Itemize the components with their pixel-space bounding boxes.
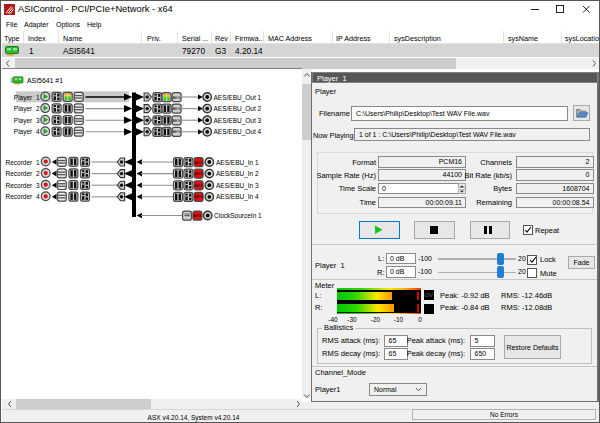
svg-text:Recorder 4: Recorder 4: [6, 193, 40, 200]
svg-text:Player 2: Player 2: [14, 105, 40, 113]
svg-text:AES/EBU_Out 2: AES/EBU_Out 2: [214, 105, 262, 113]
svg-text:AES/EBU_Out 3: AES/EBU_Out 3: [214, 117, 262, 125]
svg-text:AES/EBU_In 4: AES/EBU_In 4: [216, 193, 259, 201]
svg-text:Recorder 2: Recorder 2: [6, 170, 40, 177]
svg-text:AES/EBU_In 2: AES/EBU_In 2: [216, 170, 259, 178]
svg-text:AES/EBU_Out 4: AES/EBU_Out 4: [214, 128, 262, 136]
svg-text:ClockSourceIn 1: ClockSourceIn 1: [214, 212, 262, 219]
svg-text:Player 4: Player 4: [14, 128, 40, 136]
svg-text:Player 1: Player 1: [14, 94, 40, 102]
svg-text:AES/EBU_In 3: AES/EBU_In 3: [216, 182, 259, 190]
svg-text:Player 3: Player 3: [14, 117, 40, 125]
svg-text:Recorder 3: Recorder 3: [6, 182, 40, 189]
svg-text:AES/EBU_In 1: AES/EBU_In 1: [216, 159, 259, 167]
svg-text:AES/EBU_Out 1: AES/EBU_Out 1: [214, 94, 262, 102]
svg-text:Recorder 1: Recorder 1: [6, 159, 40, 166]
svg-text:ASI5641 #1: ASI5641 #1: [27, 77, 63, 84]
